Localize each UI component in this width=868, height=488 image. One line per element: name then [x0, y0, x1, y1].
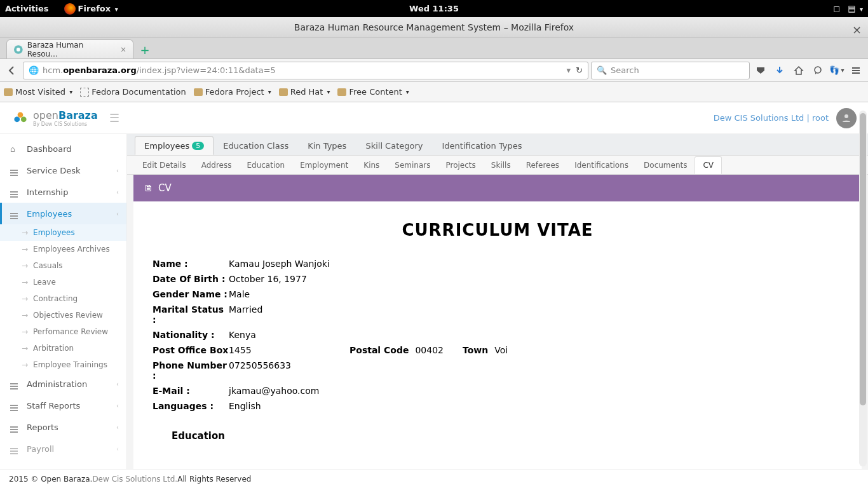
subtab-cv[interactable]: CV [695, 156, 722, 174]
tab-kin-types[interactable]: Kin Types [298, 136, 356, 155]
activities-button[interactable]: Activities [5, 4, 49, 13]
page-content: openBaraza By Dew CIS Solutions ☰ Dew CI… [0, 102, 868, 488]
logo[interactable]: openBaraza By Dew CIS Solutions [11, 109, 98, 127]
avatar[interactable] [836, 108, 857, 128]
sidebar-sub-contracting[interactable]: →Contracting [0, 290, 126, 307]
bookmark-fedora-project[interactable]: Fedora Project▾ [194, 87, 271, 97]
sidebar-item-staff-reports[interactable]: Staff Reports‹ [0, 395, 126, 416]
firefox-icon [64, 3, 76, 15]
subtab-kins[interactable]: Kins [356, 156, 387, 174]
sub-tab-bar: Edit Details Address Education Employmen… [127, 156, 868, 175]
sidebar-item-dashboard[interactable]: ⌂Dashboard [0, 138, 126, 159]
sidebar-sub-trainings[interactable]: →Employee Trainings [0, 356, 126, 373]
sidebar-sub-arbitration[interactable]: →Arbitration [0, 340, 126, 356]
search-icon: 🔍 [597, 65, 607, 75]
bookmark-fedora-doc[interactable]: Fedora Documentation [80, 87, 186, 97]
subtab-employment[interactable]: Employment [292, 156, 356, 174]
cv-value-marital: Married [229, 304, 330, 325]
sidebar: ⌂Dashboard Service Desk‹ Internship‹ Emp… [0, 134, 127, 469]
search-bar[interactable]: 🔍 Search [591, 62, 750, 79]
cv-label-pobox: Post Office Box [153, 345, 229, 355]
home-button[interactable] [790, 62, 807, 79]
cv-label-nationality: Nationality : [153, 330, 229, 340]
chat-button[interactable] [810, 62, 826, 79]
chevron-left-icon: ‹ [116, 424, 119, 431]
sidebar-toggle[interactable]: ☰ [109, 111, 119, 125]
list-icon [10, 383, 20, 384]
bookmark-most-visited[interactable]: Most Visited▾ [4, 87, 72, 97]
menu-button[interactable] [848, 62, 864, 79]
cv-value-languages: English [229, 401, 330, 411]
cv-label-languages: Languages : [153, 401, 229, 411]
tab-skill-category[interactable]: Skill Category [356, 136, 432, 155]
cv-value-dob: October 16, 1977 [229, 274, 330, 284]
downloads-button[interactable] [771, 62, 788, 79]
arrow-icon: → [22, 228, 28, 237]
sidebar-item-administration[interactable]: Administration‹ [0, 373, 126, 395]
subtab-skills[interactable]: Skills [484, 156, 519, 174]
sidebar-item-employees[interactable]: Employees‹ [0, 203, 126, 224]
subtab-documents[interactable]: Documents [636, 156, 695, 174]
cv-value-phone: 07250556633 [229, 360, 330, 381]
user-label[interactable]: Dew CIS Solutions Ltd | root [714, 113, 829, 123]
tab-identification-types[interactable]: Identification Types [433, 136, 532, 155]
system-menu[interactable]: ▤ ▾ [848, 4, 863, 13]
cv-value-town: Voi [494, 345, 508, 355]
list-icon [10, 405, 20, 406]
svg-point-5 [18, 112, 24, 118]
cv-document: CURRICULUM VITAE Name :Kamau Joseph Wanj… [133, 201, 862, 469]
chevron-left-icon: ‹ [116, 381, 119, 388]
sidebar-item-reports[interactable]: Reports‹ [0, 416, 126, 438]
back-button[interactable] [4, 62, 20, 79]
sidebar-sub-performance[interactable]: →Perfomance Review [0, 323, 126, 340]
url-bar[interactable]: 🌐 hcm.openbaraza.org/index.jsp?view=24:0… [23, 62, 588, 79]
tab-education-class[interactable]: Education Class [214, 136, 298, 155]
arrow-icon: → [22, 294, 28, 303]
list-icon [10, 448, 20, 449]
sidebar-sub-casuals[interactable]: →Casuals [0, 257, 126, 274]
vertical-scrollbar[interactable] [859, 111, 867, 466]
clock[interactable]: Wed 11:35 [409, 4, 459, 13]
scrollbar-thumb[interactable] [860, 113, 866, 405]
cv-value-nationality: Kenya [229, 330, 330, 340]
cv-value-pobox: 1455 [229, 345, 330, 355]
bookmark-redhat[interactable]: Red Hat▾ [279, 87, 330, 97]
tab-close-button[interactable]: × [120, 45, 126, 54]
window-titlebar: Baraza Human Resource Management System … [0, 17, 868, 37]
sidebar-item-payroll[interactable]: Payroll‹ [0, 438, 126, 459]
tab-employees[interactable]: Employees5 [135, 136, 214, 155]
arrow-icon: → [22, 278, 28, 287]
sidebar-item-internship[interactable]: Internship‹ [0, 181, 126, 203]
browser-tab-strip: Baraza Human Resou… × + [0, 37, 868, 59]
arrow-icon: → [22, 344, 28, 353]
subtab-address[interactable]: Address [194, 156, 240, 174]
dropdown-icon[interactable]: ▾ [567, 65, 571, 75]
svg-point-6 [844, 114, 848, 118]
sidebar-sub-archives[interactable]: →Employees Archives [0, 241, 126, 257]
new-tab-button[interactable]: + [137, 43, 153, 58]
addons-button[interactable]: 👣▾ [829, 62, 845, 79]
subtab-identifications[interactable]: Identifications [567, 156, 636, 174]
folder-icon [4, 88, 13, 96]
subtab-projects[interactable]: Projects [438, 156, 484, 174]
subtab-seminars[interactable]: Seminars [387, 156, 438, 174]
browser-nav-bar: 🌐 hcm.openbaraza.org/index.jsp?view=24:0… [0, 59, 868, 82]
sidebar-sub-objectives[interactable]: →Objectives Review [0, 307, 126, 323]
sidebar-sub-leave[interactable]: →Leave [0, 274, 126, 290]
subtab-referees[interactable]: Referees [519, 156, 567, 174]
tray-icon[interactable]: ◻ [833, 4, 840, 13]
sidebar-sub-employees[interactable]: →Employees [0, 224, 126, 241]
folder-icon [194, 88, 203, 96]
subtab-education[interactable]: Education [239, 156, 292, 174]
app-menu[interactable]: Firefox ▾ [78, 4, 118, 13]
browser-tab[interactable]: Baraza Human Resou… × [6, 39, 133, 58]
window-close-button[interactable]: × [852, 20, 862, 40]
reload-button[interactable]: ↻ [576, 65, 583, 75]
cv-label-postal-code: Postal Code [349, 345, 409, 355]
cv-label-town: Town [463, 345, 488, 355]
pocket-button[interactable] [752, 62, 769, 79]
subtab-edit-details[interactable]: Edit Details [135, 156, 194, 174]
bookmark-free-content[interactable]: Free Content▾ [337, 87, 409, 97]
sidebar-item-service-desk[interactable]: Service Desk‹ [0, 159, 126, 181]
arrow-icon: → [22, 261, 28, 270]
